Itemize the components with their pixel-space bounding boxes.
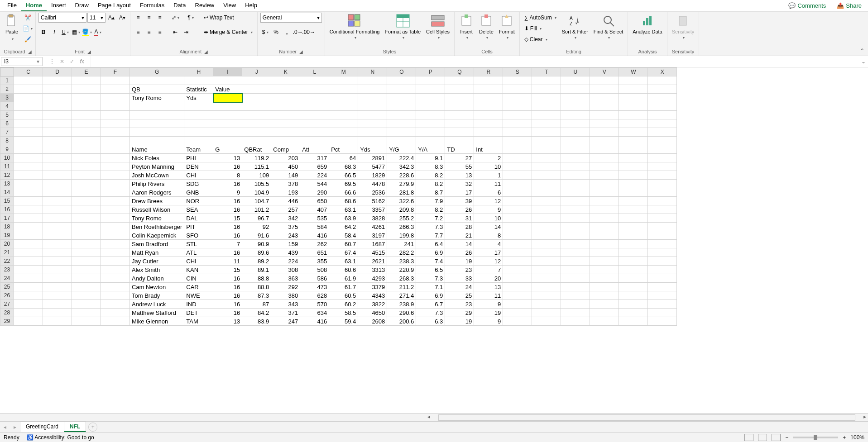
cell-E28[interactable] bbox=[72, 309, 101, 317]
cell-H15[interactable]: NOR bbox=[184, 197, 213, 205]
cell-H27[interactable]: IND bbox=[184, 300, 213, 309]
status-accessibility[interactable]: ♿ Accessibility: Good to go bbox=[27, 434, 94, 441]
horizontal-scrollbar[interactable] bbox=[432, 413, 862, 421]
cell-F29[interactable] bbox=[101, 317, 130, 326]
cell-H19[interactable]: SFO bbox=[184, 231, 213, 240]
cell-N13[interactable]: 4478 bbox=[358, 180, 387, 188]
cell-T28[interactable] bbox=[532, 309, 561, 317]
cell-W8[interactable] bbox=[619, 137, 648, 145]
cell-E25[interactable] bbox=[72, 283, 101, 291]
cell-O27[interactable]: 238.9 bbox=[387, 300, 416, 309]
cell-I24[interactable]: 16 bbox=[213, 274, 242, 283]
cell-D15[interactable] bbox=[43, 197, 72, 205]
cell-K8[interactable] bbox=[271, 137, 300, 145]
cell-G23[interactable]: Alex Smith bbox=[130, 266, 184, 274]
cell-V16[interactable] bbox=[590, 205, 619, 214]
cell-W18[interactable] bbox=[619, 223, 648, 231]
cell-T5[interactable] bbox=[532, 111, 561, 119]
cell-P9[interactable]: Y/A bbox=[416, 145, 445, 154]
cell-D2[interactable] bbox=[43, 85, 72, 94]
hscroll-left[interactable]: ◂ bbox=[426, 413, 432, 421]
cell-F23[interactable] bbox=[101, 266, 130, 274]
cell-L25[interactable]: 473 bbox=[300, 283, 329, 291]
cell-U19[interactable] bbox=[561, 231, 590, 240]
fill-button[interactable]: ⬇Fill bbox=[523, 24, 558, 33]
align-center-button[interactable]: ≡ bbox=[144, 27, 154, 37]
cell-G2[interactable]: QB bbox=[130, 85, 184, 94]
cell-V12[interactable] bbox=[590, 171, 619, 180]
cell-H2[interactable]: Statistic bbox=[184, 85, 213, 94]
cell-K11[interactable]: 450 bbox=[271, 162, 300, 171]
cell-L28[interactable]: 634 bbox=[300, 309, 329, 317]
cell-X2[interactable] bbox=[648, 85, 677, 94]
row-header-10[interactable]: 10 bbox=[0, 154, 14, 162]
cell-L13[interactable]: 544 bbox=[300, 180, 329, 188]
normal-view-button[interactable] bbox=[744, 434, 753, 441]
cell-R9[interactable]: Int bbox=[474, 145, 503, 154]
cell-I14[interactable]: 9 bbox=[213, 188, 242, 197]
cell-X14[interactable] bbox=[648, 188, 677, 197]
comma-format-button[interactable]: , bbox=[282, 27, 292, 37]
cell-C29[interactable] bbox=[14, 317, 43, 326]
cell-L17[interactable]: 535 bbox=[300, 214, 329, 223]
cell-R6[interactable] bbox=[474, 119, 503, 128]
cell-V24[interactable] bbox=[590, 274, 619, 283]
cell-T26[interactable] bbox=[532, 291, 561, 300]
cell-J20[interactable]: 90.9 bbox=[242, 240, 271, 248]
cell-C15[interactable] bbox=[14, 197, 43, 205]
cell-C7[interactable] bbox=[14, 128, 43, 137]
cell-T13[interactable] bbox=[532, 180, 561, 188]
row-header-21[interactable]: 21 bbox=[0, 248, 14, 257]
cell-O15[interactable]: 322.6 bbox=[387, 197, 416, 205]
row-header-9[interactable]: 9 bbox=[0, 145, 14, 154]
cell-X1[interactable] bbox=[648, 76, 677, 85]
cell-W7[interactable] bbox=[619, 128, 648, 137]
cell-V4[interactable] bbox=[590, 102, 619, 111]
cell-X21[interactable] bbox=[648, 248, 677, 257]
cell-L4[interactable] bbox=[300, 102, 329, 111]
cell-W1[interactable] bbox=[619, 76, 648, 85]
cell-T4[interactable] bbox=[532, 102, 561, 111]
cell-V7[interactable] bbox=[590, 128, 619, 137]
cell-Q1[interactable] bbox=[445, 76, 474, 85]
borders-button[interactable]: ▦ bbox=[71, 27, 81, 37]
cell-S17[interactable] bbox=[503, 214, 532, 223]
cell-X19[interactable] bbox=[648, 231, 677, 240]
cell-P23[interactable]: 6.5 bbox=[416, 266, 445, 274]
cell-I4[interactable] bbox=[213, 102, 242, 111]
font-name-select[interactable]: Calibri▾ bbox=[38, 13, 86, 23]
cell-S4[interactable] bbox=[503, 102, 532, 111]
cell-F10[interactable] bbox=[101, 154, 130, 162]
cell-V14[interactable] bbox=[590, 188, 619, 197]
conditional-formatting-button[interactable]: Conditional Formatting bbox=[328, 13, 382, 41]
insert-function-button[interactable]: fx bbox=[78, 58, 86, 65]
cell-V3[interactable] bbox=[590, 94, 619, 102]
cell-K16[interactable]: 257 bbox=[271, 205, 300, 214]
cell-S26[interactable] bbox=[503, 291, 532, 300]
cell-N26[interactable]: 4343 bbox=[358, 291, 387, 300]
cell-C11[interactable] bbox=[14, 162, 43, 171]
cell-J5[interactable] bbox=[242, 111, 271, 119]
cell-G9[interactable]: Name bbox=[130, 145, 184, 154]
cell-V28[interactable] bbox=[590, 309, 619, 317]
cell-U4[interactable] bbox=[561, 102, 590, 111]
cell-E10[interactable] bbox=[72, 154, 101, 162]
col-header-W[interactable]: W bbox=[619, 68, 648, 76]
cell-O23[interactable]: 220.9 bbox=[387, 266, 416, 274]
cell-P29[interactable]: 6.3 bbox=[416, 317, 445, 326]
cell-F3[interactable] bbox=[101, 94, 130, 102]
cell-C18[interactable] bbox=[14, 223, 43, 231]
cell-S29[interactable] bbox=[503, 317, 532, 326]
cell-W6[interactable] bbox=[619, 119, 648, 128]
tab-nav-next[interactable]: ▸ bbox=[10, 424, 20, 430]
delete-cells-button[interactable]: Delete bbox=[477, 13, 495, 41]
cell-H3[interactable]: Yds bbox=[184, 94, 213, 102]
cell-W20[interactable] bbox=[619, 240, 648, 248]
col-header-Q[interactable]: Q bbox=[445, 68, 474, 76]
cell-X23[interactable] bbox=[648, 266, 677, 274]
cell-N9[interactable]: Yds bbox=[358, 145, 387, 154]
cell-P15[interactable]: 7.9 bbox=[416, 197, 445, 205]
menu-insert[interactable]: Insert bbox=[47, 0, 71, 11]
analyze-data-button[interactable]: Analyze Data bbox=[631, 13, 664, 36]
cell-W12[interactable] bbox=[619, 171, 648, 180]
